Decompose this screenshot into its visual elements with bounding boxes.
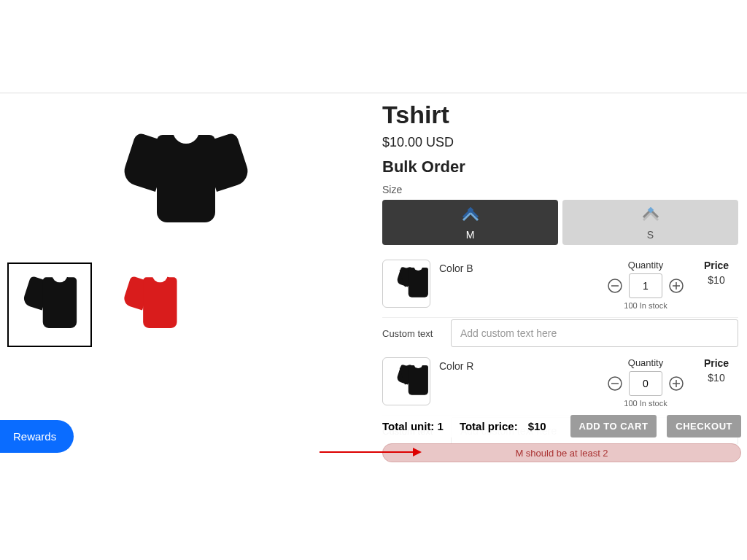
top-whitespace [0, 0, 747, 93]
variant-row: Color R Quantity 100 In stock Price $10 [382, 351, 738, 416]
price-header: Price [694, 260, 738, 271]
stock-label: 100 In stock [624, 399, 667, 408]
svg-marker-13 [413, 448, 422, 456]
variant-swatch[interactable] [382, 357, 430, 405]
price-header: Price [694, 357, 738, 369]
add-to-cart-button[interactable]: ADD TO CART [570, 415, 657, 438]
variant-color-name: Color B [439, 260, 597, 274]
stock-label: 100 In stock [624, 301, 667, 310]
total-price-label: Total price: [460, 420, 518, 432]
tab-logo-icon [460, 207, 481, 226]
total-price-value: $10 [528, 420, 546, 432]
rewards-button[interactable]: Rewards [0, 420, 74, 453]
plus-icon[interactable] [668, 376, 684, 392]
custom-text-label: Custom text [382, 328, 442, 339]
product-title: Tshirt [382, 101, 738, 129]
bulk-order-heading: Bulk Order [382, 158, 738, 176]
size-tab-s[interactable]: S [562, 200, 738, 245]
variant-color-name: Color R [439, 357, 597, 372]
quantity-input[interactable] [629, 273, 662, 298]
total-unit-label: Total unit: 1 [382, 420, 444, 432]
product-price: $10.00 USD [382, 135, 738, 150]
plus-icon[interactable] [668, 278, 684, 294]
quantity-input[interactable] [629, 371, 662, 396]
quantity-header: Quantity [628, 260, 663, 271]
size-label: Size [382, 184, 738, 195]
tab-logo-icon [640, 207, 661, 226]
annotation-arrow-icon [320, 445, 422, 462]
variant-swatch[interactable] [382, 260, 430, 308]
product-main-image [6, 102, 366, 262]
minus-icon[interactable] [607, 278, 623, 294]
variant-row: Color B Quantity 100 In stock Price $10 [382, 254, 738, 318]
size-tab-m[interactable]: M [382, 200, 558, 245]
variant-price: $10 [694, 372, 738, 384]
summary-bar: Total unit: 1 Total price: $10 ADD TO CA… [382, 414, 741, 438]
size-tab-label: M [466, 229, 475, 241]
minus-icon[interactable] [607, 376, 623, 392]
custom-text-input[interactable] [451, 319, 738, 347]
validation-error: M should be at least 2 [382, 443, 741, 462]
variant-price: $10 [694, 274, 738, 286]
size-tab-label: S [647, 229, 654, 241]
checkout-button[interactable]: CHECKOUT [667, 415, 741, 438]
thumbnail-red[interactable] [108, 262, 193, 347]
quantity-header: Quantity [628, 357, 663, 368]
thumbnail-black[interactable] [7, 262, 92, 347]
